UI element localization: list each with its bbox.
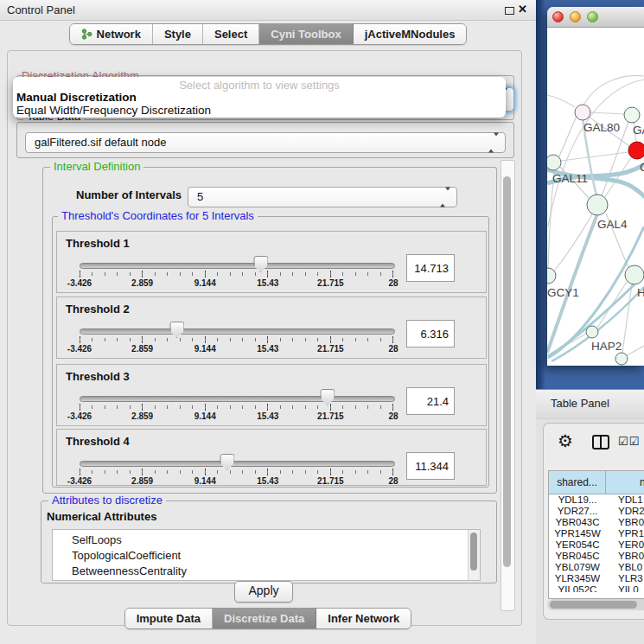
threshold-row-3: Threshold 3 -3.4262.8599.14415.4321.7152… <box>56 364 487 426</box>
tab-discretize-data[interactable]: Discretize Data <box>213 609 316 628</box>
table-panel-titlebar: Table Panel <box>536 389 644 419</box>
network-node-labels: GAL80 GA GAL11 C GAL4 GCY1 H HAP2 <box>547 121 644 353</box>
thresholds-group: Threshold's Coordinates for 5 Intervals … <box>52 216 489 488</box>
threshold-3-label: Threshold 3 <box>66 370 130 383</box>
threshold-2-slider-track[interactable] <box>80 328 395 335</box>
tab-style-label: Style <box>164 25 191 43</box>
control-panel: Control Panel ✕ Network Style Select <box>0 0 536 644</box>
tab-network-label: Network <box>97 25 141 43</box>
numerical-attributes-label: Numerical Attributes <box>47 510 156 523</box>
apply-button[interactable]: Apply <box>234 581 293 603</box>
tab-impute-data-label: Impute Data <box>137 609 201 628</box>
zoom-traffic-light[interactable] <box>587 11 598 22</box>
attributes-scrollbar[interactable] <box>468 530 480 580</box>
node-gal11[interactable] <box>547 155 561 170</box>
table-row[interactable]: YER054CYER0 <box>549 539 644 551</box>
threshold-4-slider-track[interactable] <box>80 461 395 467</box>
node-red-selected[interactable] <box>628 142 644 159</box>
node-label: GAL11 <box>552 172 588 185</box>
tab-infer-network[interactable]: Infer Network <box>316 609 411 628</box>
panel-title: Control Panel <box>7 3 75 16</box>
gear-icon[interactable]: ⚙ <box>558 430 573 451</box>
dropdown-option-equal-width[interactable]: Equal Width/Frequency Discretization <box>16 104 211 117</box>
threshold-3-slider-track[interactable] <box>80 396 395 402</box>
threshold-2-value-field[interactable]: 6.316 <box>406 320 455 348</box>
combo-arrows-icon <box>488 137 499 150</box>
slider-ticks <box>80 338 394 341</box>
table-data-combo[interactable]: galFiltered.sif default node <box>25 132 506 153</box>
table-horizontal-scrollbar[interactable] <box>547 599 644 610</box>
interval-group-title: Interval Definition <box>50 160 143 173</box>
table-row[interactable]: YPR145WYPR1 <box>549 528 644 539</box>
select-columns-icon[interactable]: ☑☑ <box>618 435 640 448</box>
threshold-4-value-field[interactable]: 11.344 <box>406 452 455 480</box>
threshold-1-value-field[interactable]: 14.713 <box>406 254 455 282</box>
tab-infer-network-label: Infer Network <box>328 609 399 628</box>
table-row[interactable]: YBR043CYBR0 <box>549 517 644 528</box>
split-view-icon[interactable] <box>592 435 609 450</box>
table-row[interactable]: YLR345WYLR3 <box>549 573 644 584</box>
table-row[interactable]: YDR27...YDR2 <box>549 506 644 517</box>
list-item[interactable]: BetweennessCentrality <box>53 564 480 579</box>
table-row[interactable]: YBR045CYBR0 <box>549 551 644 562</box>
tab-style[interactable]: Style <box>153 24 203 44</box>
network-icon <box>81 29 92 40</box>
attributes-group: Attributes to discretize Numerical Attri… <box>41 501 497 583</box>
bottom-tab-bar: Impute Data Discretize Data Infer Networ… <box>0 608 536 629</box>
column-header-shared-name[interactable]: shared... <box>549 471 606 494</box>
tab-jactivemnodules[interactable]: jActiveMNodules <box>354 24 467 44</box>
threshold-4-label: Threshold 4 <box>66 435 130 448</box>
node-gal4[interactable] <box>587 194 608 215</box>
threshold-1-label: Threshold 1 <box>66 237 130 250</box>
combo-arrows-icon <box>440 191 450 204</box>
table-data-combo-value: galFiltered.sif default node <box>35 133 166 151</box>
slider-ticks <box>80 272 394 276</box>
dropdown-option-manual[interactable]: Manual Discretization <box>16 91 137 104</box>
table-horizontal-scrollbar-thumb[interactable] <box>550 601 637 609</box>
table-panel-title: Table Panel <box>551 397 609 410</box>
node-hap2[interactable] <box>586 326 598 338</box>
node-h[interactable] <box>625 265 644 284</box>
tab-cyni-toolbox-label: Cyni Toolbox <box>271 25 341 43</box>
float-window-icon[interactable] <box>505 7 514 15</box>
node-label: GAL4 <box>597 218 628 231</box>
table-row[interactable]: YIL052CYIL0 <box>549 584 644 592</box>
slider-ticks <box>80 470 394 474</box>
slider-ticks <box>80 405 394 409</box>
dropdown-hint: Select algorithm to view settings <box>13 79 506 92</box>
interval-definition-group: Interval Definition Number of Intervals … <box>42 167 497 494</box>
network-canvas[interactable]: GAL80 GA GAL11 C GAL4 GCY1 H HAP2 <box>547 27 644 366</box>
app-root: Control Panel ✕ Network Style Select <box>0 0 644 644</box>
list-item[interactable]: SelfLoops <box>53 532 480 548</box>
table-row[interactable]: YDL19...YDL1 <box>549 494 644 506</box>
threshold-3-value-field[interactable]: 21.4 <box>406 387 455 415</box>
settings-scrollbar-thumb[interactable] <box>503 176 511 567</box>
node-attribute-table: shared... n YDL19...YDL1 YDR27...YDR2 YB… <box>548 470 644 599</box>
close-traffic-light[interactable] <box>552 11 564 22</box>
tab-network[interactable]: Network <box>70 24 153 44</box>
threshold-row-2: Threshold 2 -3.4262.8599.14415.4321.7152… <box>56 296 487 359</box>
attributes-list: SelfLoops TopologicalCoefficient Between… <box>52 529 481 581</box>
node-bottom[interactable] <box>615 353 628 365</box>
table-body: YDL19...YDL1 YDR27...YDR2 YBR043CYBR0 YP… <box>549 494 644 592</box>
node-gal80[interactable] <box>575 105 590 120</box>
close-icon[interactable]: ✕ <box>518 3 527 16</box>
node-top-right[interactable] <box>624 107 640 123</box>
right-region: GAL80 GA GAL11 C GAL4 GCY1 H HAP2 Table … <box>536 0 644 644</box>
node-label: GA <box>633 124 644 137</box>
node-label: GCY1 <box>547 286 579 299</box>
tab-impute-data[interactable]: Impute Data <box>125 609 213 628</box>
table-panel: ⚙ ☑☑ shared... n YDL19...YDL1 YDR27...YD… <box>543 423 644 620</box>
table-header-row: shared... n <box>549 471 644 494</box>
tab-select[interactable]: Select <box>203 24 259 44</box>
thresholds-group-title: Threshold's Coordinates for 5 Intervals <box>58 209 258 222</box>
minimize-traffic-light[interactable] <box>570 11 581 22</box>
list-item[interactable]: TopologicalCoefficient <box>53 548 480 564</box>
column-header-name[interactable]: n <box>606 471 644 494</box>
table-row[interactable]: YBL079WYBL0 <box>549 562 644 573</box>
attributes-scrollbar-thumb[interactable] <box>470 532 477 571</box>
tab-cyni-toolbox[interactable]: Cyni Toolbox <box>259 24 353 44</box>
threshold-1-slider-track[interactable] <box>80 263 395 269</box>
settings-scrollbar[interactable] <box>501 160 515 611</box>
num-intervals-combo[interactable]: 5 <box>188 187 457 207</box>
